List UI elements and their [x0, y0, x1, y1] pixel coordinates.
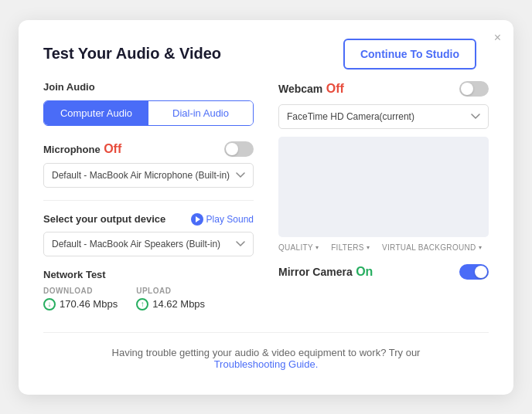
mirror-status: On — [356, 265, 373, 278]
webcam-status: Off — [326, 82, 344, 95]
play-icon — [191, 213, 203, 226]
upload-stat: UPLOAD ↑ 14.62 Mbps — [136, 287, 205, 310]
join-audio-label: Join Audio — [43, 81, 254, 93]
dialin-audio-tab[interactable]: Dial-in Audio — [148, 101, 253, 125]
webcam-row: Webcam Off — [278, 81, 489, 97]
upload-value: 14.62 Mbps — [152, 298, 205, 310]
microphone-status: Off — [104, 142, 121, 155]
output-dropdown[interactable]: Default - MacBook Air Speakers (Built-in… — [43, 232, 254, 256]
webcam-label: Webcam — [278, 83, 322, 95]
continue-to-studio-button[interactable]: Continue To Studio — [343, 39, 476, 70]
microphone-label: Microphone — [43, 144, 101, 155]
close-button[interactable]: × — [494, 31, 501, 45]
microphone-label-group: Microphone Off — [43, 142, 121, 156]
upload-icon: ↑ — [136, 298, 148, 310]
network-section: Network Test DOWNLOAD ↓ 170.46 Mbps UPLO… — [43, 269, 254, 310]
quality-button[interactable]: QUALITY ▾ — [278, 243, 319, 252]
microphone-toggle[interactable] — [224, 141, 254, 157]
network-label: Network Test — [43, 269, 254, 280]
play-triangle-icon — [196, 216, 200, 222]
download-value-row: ↓ 170.46 Mbps — [43, 298, 118, 310]
mirror-toggle[interactable] — [459, 264, 489, 280]
output-label: Select your output device — [43, 213, 165, 225]
virtual-bg-chevron-icon: ▾ — [479, 244, 482, 251]
quality-label: QUALITY — [278, 243, 313, 252]
mirror-toggle-knob — [475, 266, 487, 278]
divider-1 — [43, 200, 254, 201]
footer-text: Having trouble getting your audio & vide… — [112, 347, 421, 358]
output-section: Select your output device Play Sound Def… — [43, 213, 254, 256]
troubleshooting-link[interactable]: Troubleshooting Guide. — [214, 358, 319, 370]
video-preview — [278, 137, 489, 237]
download-label: DOWNLOAD — [43, 287, 118, 295]
microphone-row: Microphone Off — [43, 141, 254, 157]
webcam-label-group: Webcam Off — [278, 82, 344, 96]
virtual-bg-label: VIRTUAL BACKGROUND — [382, 243, 476, 252]
audio-tab-group: Computer Audio Dial-in Audio — [43, 100, 254, 126]
computer-audio-tab[interactable]: Computer Audio — [44, 101, 148, 125]
microphone-toggle-knob — [226, 143, 238, 155]
mirror-label: Mirror Camera — [278, 266, 353, 278]
webcam-toggle-knob — [461, 83, 473, 95]
mirror-label-group: Mirror Camera On — [278, 265, 373, 279]
play-sound-button[interactable]: Play Sound — [191, 213, 254, 226]
webcam-dropdown[interactable]: FaceTime HD Camera(current) — [278, 104, 489, 129]
filters-button[interactable]: FILTERS ▾ — [331, 243, 370, 252]
video-controls: QUALITY ▾ FILTERS ▾ VIRTUAL BACKGROUND ▾ — [278, 243, 489, 252]
upload-label: UPLOAD — [136, 287, 205, 295]
upload-value-row: ↑ 14.62 Mbps — [136, 298, 205, 310]
left-panel: Join Audio Computer Audio Dial-in Audio … — [43, 81, 254, 310]
filters-label: FILTERS — [331, 243, 363, 252]
webcam-toggle[interactable] — [459, 81, 489, 97]
virtual-bg-button[interactable]: VIRTUAL BACKGROUND ▾ — [382, 243, 482, 252]
quality-chevron-icon: ▾ — [315, 244, 319, 251]
output-header: Select your output device Play Sound — [43, 213, 254, 226]
download-icon: ↓ — [43, 298, 56, 310]
filters-chevron-icon: ▾ — [367, 244, 370, 251]
dialog: × Test Your Audio & Video Continue To St… — [19, 20, 513, 395]
right-panel: Webcam Off FaceTime HD Camera(current) Q… — [278, 81, 489, 310]
download-value: 170.46 Mbps — [60, 298, 118, 310]
network-stats: DOWNLOAD ↓ 170.46 Mbps UPLOAD ↑ 14.62 Mb… — [43, 287, 254, 310]
main-content: Join Audio Computer Audio Dial-in Audio … — [43, 81, 489, 310]
download-stat: DOWNLOAD ↓ 170.46 Mbps — [43, 287, 118, 310]
microphone-dropdown[interactable]: Default - MacBook Air Microphone (Built-… — [43, 163, 254, 188]
mirror-row: Mirror Camera On — [278, 264, 489, 280]
footer: Having trouble getting your audio & vide… — [43, 332, 489, 370]
play-sound-label: Play Sound — [206, 214, 254, 225]
